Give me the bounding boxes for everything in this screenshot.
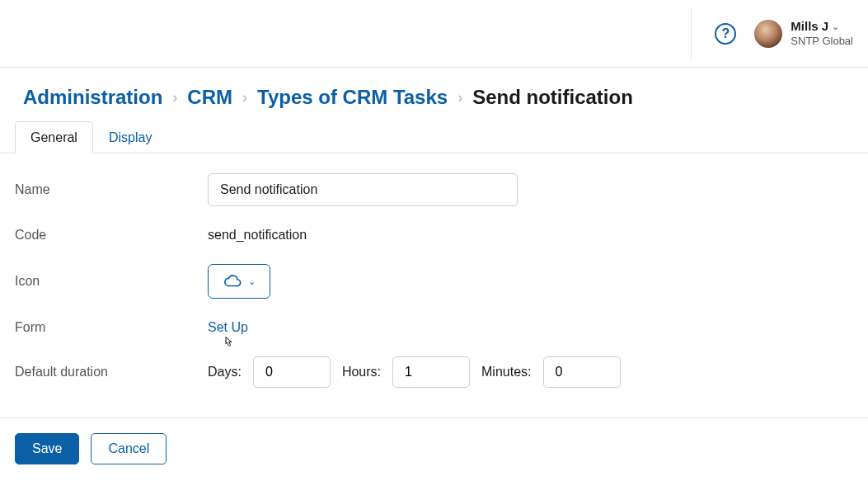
- label-duration: Default duration: [15, 365, 208, 380]
- chevron-right-icon: ›: [457, 89, 462, 106]
- label-name: Name: [15, 182, 208, 197]
- chevron-right-icon: ›: [172, 89, 177, 106]
- breadcrumb-current: Send notification: [472, 86, 633, 109]
- chevron-down-icon: ⌄: [248, 276, 256, 287]
- user-menu[interactable]: Mills J ⌄ SNTP Global: [754, 19, 853, 48]
- cancel-button[interactable]: Cancel: [91, 433, 167, 464]
- hours-input[interactable]: [392, 356, 470, 388]
- save-label: Save: [32, 441, 62, 456]
- label-minutes: Minutes:: [481, 365, 531, 380]
- row-icon: Icon ⌄: [15, 264, 853, 299]
- tab-label: Display: [109, 130, 152, 144]
- row-code: Code send_notification: [15, 228, 853, 243]
- label-icon: Icon: [15, 274, 208, 289]
- header-divider: [691, 9, 692, 59]
- tab-display[interactable]: Display: [93, 121, 167, 153]
- breadcrumb-crm[interactable]: CRM: [187, 86, 232, 109]
- label-days: Days:: [208, 365, 242, 380]
- days-input[interactable]: [253, 356, 331, 388]
- label-code: Code: [15, 228, 208, 243]
- tab-general[interactable]: General: [15, 121, 93, 153]
- user-text: Mills J ⌄ SNTP Global: [791, 19, 853, 48]
- chevron-right-icon: ›: [242, 89, 247, 106]
- chevron-down-icon: ⌄: [832, 21, 839, 33]
- tab-bar: General Display: [0, 120, 868, 153]
- cursor-icon: [221, 335, 236, 356]
- breadcrumb-types[interactable]: Types of CRM Tasks: [257, 86, 448, 109]
- code-value: send_notification: [208, 228, 307, 243]
- avatar: [754, 20, 782, 48]
- setup-link[interactable]: Set Up: [208, 320, 248, 335]
- row-name: Name: [15, 173, 853, 206]
- form-area: Name Code send_notification Icon ⌄ Form …: [0, 153, 868, 417]
- name-input[interactable]: [208, 173, 518, 206]
- label-form: Form: [15, 320, 208, 335]
- help-label: ?: [721, 26, 730, 41]
- label-hours: Hours:: [342, 365, 381, 380]
- save-button[interactable]: Save: [15, 433, 79, 464]
- user-org: SNTP Global: [791, 35, 853, 48]
- icon-picker[interactable]: ⌄: [208, 264, 270, 299]
- top-header: ? Mills J ⌄ SNTP Global: [0, 0, 868, 68]
- cancel-label: Cancel: [108, 441, 149, 456]
- footer: Save Cancel: [0, 417, 868, 479]
- breadcrumb: Administration › CRM › Types of CRM Task…: [0, 68, 868, 120]
- user-name: Mills J: [791, 19, 828, 35]
- tab-label: General: [30, 130, 77, 144]
- minutes-input[interactable]: [543, 356, 621, 388]
- row-duration: Default duration Days: Hours: Minutes:: [15, 356, 853, 388]
- row-form: Form Set Up: [15, 320, 853, 335]
- help-icon[interactable]: ?: [715, 23, 736, 45]
- cloud-icon: [223, 272, 242, 290]
- breadcrumb-admin[interactable]: Administration: [23, 86, 162, 109]
